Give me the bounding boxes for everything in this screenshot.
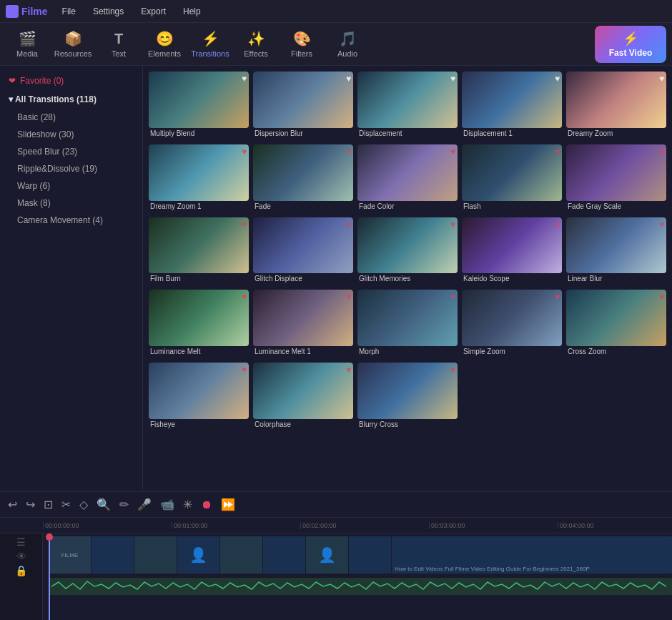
video-track[interactable]: FILME 👤 👤 How to Edit Videos Full Filme … xyxy=(49,536,672,574)
transition-item-17[interactable]: ♥ Morph xyxy=(357,290,458,358)
transition-item-19[interactable]: ♥ Cross Zoom xyxy=(566,290,666,358)
transition-item-15[interactable]: ♥ Luminance Melt xyxy=(149,290,249,358)
transition-thumb xyxy=(357,363,458,419)
filters-label: Filters xyxy=(291,49,312,58)
menu-file[interactable]: File xyxy=(59,6,79,16)
transition-item-8[interactable]: ♥ Flash xyxy=(462,144,562,213)
toolbar-media[interactable]: 🎬 Media xyxy=(6,26,49,63)
favorite-heart[interactable]: ♥ xyxy=(242,147,247,157)
toolbar-elements[interactable]: 😊 Elements xyxy=(143,26,186,63)
toolbar-resources[interactable]: 📦 Resources xyxy=(51,26,94,63)
transitions-label: Transitions xyxy=(191,49,229,58)
favorite-heart[interactable]: ♥ xyxy=(450,74,455,84)
favorite-heart[interactable]: ♥ xyxy=(555,292,560,302)
transition-item-18[interactable]: ♥ Simple Zoom xyxy=(462,290,562,358)
favorite-heart[interactable]: ♥ xyxy=(346,74,351,84)
camera-button[interactable]: 📹 xyxy=(158,498,177,511)
transition-item-3[interactable]: ♥ Displacement 1 xyxy=(462,72,562,140)
app-logo: ▶ Filme xyxy=(6,5,48,18)
transition-item-5[interactable]: ♥ Dreamy Zoom 1 xyxy=(149,144,249,213)
favorite-heart[interactable]: ♥ xyxy=(242,365,247,375)
timeline: ↩ ↪ ⊡ ✂ ◇ 🔍 ✏ 🎤 📹 ✳ ⏺ ⏩ 00:00:00:00 00:0… xyxy=(0,491,672,620)
transition-label: Glitch Memories xyxy=(357,273,458,285)
transition-item-20[interactable]: ♥ Fisheye xyxy=(149,363,249,431)
favorite-heart[interactable]: ♥ xyxy=(242,292,247,302)
toolbar-transitions[interactable]: ⚡ Transitions xyxy=(189,26,232,63)
sidebar-warp[interactable]: Warp (6) xyxy=(0,177,142,195)
sidebar-favorite[interactable]: ❤ Favorite (0) xyxy=(0,72,142,90)
menu-settings[interactable]: Settings xyxy=(90,6,127,16)
filters-icon: 🎨 xyxy=(293,30,311,47)
undo-button[interactable]: ↩ xyxy=(6,498,19,511)
toolbar-audio[interactable]: 🎵 Audio xyxy=(326,26,369,63)
favorite-heart[interactable]: ♥ xyxy=(659,74,664,84)
transition-item-22[interactable]: ♥ Blurry Cross xyxy=(357,363,458,431)
transition-item-1[interactable]: ♥ Dispersion Blur xyxy=(253,72,353,140)
snowflake-button[interactable]: ✳ xyxy=(181,498,194,511)
lock-icon[interactable]: 🔒 xyxy=(15,565,27,576)
sidebar-slideshow[interactable]: Slideshow (30) xyxy=(0,126,142,143)
menu-export[interactable]: Export xyxy=(138,6,169,16)
favorite-heart[interactable]: ♥ xyxy=(242,220,247,230)
record-button[interactable]: ⏺ xyxy=(199,498,214,511)
transition-item-14[interactable]: ♥ Linear Blur xyxy=(566,217,666,286)
favorite-heart[interactable]: ♥ xyxy=(346,147,351,157)
sidebar-ripple-dissolve[interactable]: Ripple&Dissolve (19) xyxy=(0,160,142,177)
toolbar-filters[interactable]: 🎨 Filters xyxy=(280,26,323,63)
transition-item-21[interactable]: ♥ Colorphase xyxy=(253,363,353,431)
transition-item-4[interactable]: ♥ Dreamy Zoom xyxy=(566,72,666,140)
transition-item-16[interactable]: ♥ Luminance Melt 1 xyxy=(253,290,353,358)
sidebar-basic[interactable]: Basic (28) xyxy=(0,109,142,126)
transition-item-2[interactable]: ♥ Displacement xyxy=(357,72,458,140)
transition-item-9[interactable]: ♥ Fade Gray Scale xyxy=(566,144,666,213)
keyframe-button[interactable]: ◇ xyxy=(77,498,90,511)
zoom-button[interactable]: 🔍 xyxy=(94,498,113,511)
favorite-heart[interactable]: ♥ xyxy=(555,147,560,157)
favorite-heart[interactable]: ♥ xyxy=(555,220,560,230)
transition-item-13[interactable]: ♥ Kaleido Scope xyxy=(462,217,562,286)
grid-button[interactable]: ⊡ xyxy=(41,498,55,511)
transition-label: Dreamy Zoom xyxy=(566,128,666,140)
favorite-heart[interactable]: ♥ xyxy=(450,292,455,302)
favorite-heart[interactable]: ♥ xyxy=(346,292,351,302)
sidebar-mask[interactable]: Mask (8) xyxy=(0,195,142,212)
favorite-heart[interactable]: ♥ xyxy=(659,292,664,302)
eye-icon[interactable]: 👁 xyxy=(16,551,26,562)
favorite-heart[interactable]: ♥ xyxy=(659,220,664,230)
favorite-heart[interactable]: ♥ xyxy=(450,147,455,157)
transition-item-6[interactable]: ♥ Fade xyxy=(253,144,353,213)
transition-thumb xyxy=(462,217,562,274)
hamburger-icon[interactable]: ☰ xyxy=(16,536,26,548)
cut-button[interactable]: ✂ xyxy=(59,498,73,511)
transition-thumb xyxy=(566,217,666,274)
menu-help[interactable]: Help xyxy=(180,6,204,16)
ruler-1: 00:01:00:00 xyxy=(172,522,300,529)
sidebar-speed-blur[interactable]: Speed Blur (23) xyxy=(0,143,142,160)
sidebar-camera-movement[interactable]: Camera Movement (4) xyxy=(0,212,142,229)
film-frame: 👤 xyxy=(306,536,349,574)
transition-item-10[interactable]: ♥ Film Burn xyxy=(149,217,249,286)
transition-item-11[interactable]: ♥ Glitch Displace xyxy=(253,217,353,286)
sidebar-all-transitions[interactable]: ▾ All Transitions (118) xyxy=(0,90,142,109)
favorite-heart[interactable]: ♥ xyxy=(659,147,664,157)
transition-item-7[interactable]: ♥ Fade Color xyxy=(357,144,458,213)
favorite-heart[interactable]: ♥ xyxy=(346,365,351,375)
transition-item-0[interactable]: ♥ Multiply Blend xyxy=(149,72,249,140)
transition-thumb xyxy=(253,217,353,274)
toolbar-effects[interactable]: ✨ Effects xyxy=(234,26,277,63)
redo-button[interactable]: ↪ xyxy=(24,498,37,511)
audio-label: Audio xyxy=(337,49,357,58)
favorite-heart[interactable]: ♥ xyxy=(555,74,560,84)
toolbar-text[interactable]: T Text xyxy=(97,26,140,63)
fast-video-button[interactable]: ⚡ Fast Video xyxy=(595,26,666,63)
favorite-heart[interactable]: ♥ xyxy=(450,365,455,375)
forward-button[interactable]: ⏩ xyxy=(219,498,237,511)
mic-button[interactable]: 🎤 xyxy=(135,498,154,511)
favorite-heart[interactable]: ♥ xyxy=(450,220,455,230)
transition-thumb xyxy=(253,144,353,201)
transition-label: Glitch Displace xyxy=(253,273,353,285)
favorite-heart[interactable]: ♥ xyxy=(346,220,351,230)
favorite-heart[interactable]: ♥ xyxy=(242,74,247,84)
pen-button[interactable]: ✏ xyxy=(117,498,131,511)
transition-item-12[interactable]: ♥ Glitch Memories xyxy=(357,217,458,286)
